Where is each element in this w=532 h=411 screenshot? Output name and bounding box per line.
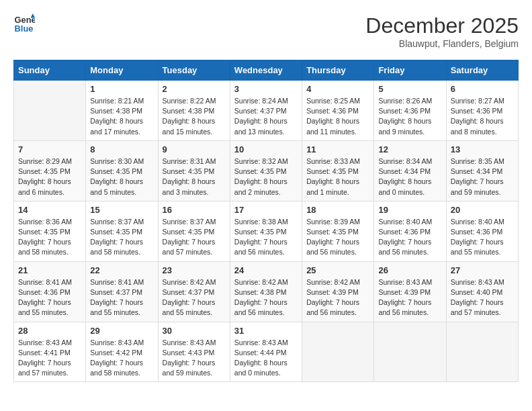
calendar-week-2: 7Sunrise: 8:29 AMSunset: 4:35 PMDaylight… xyxy=(14,140,519,201)
day-number: 15 xyxy=(90,205,153,215)
calendar-cell xyxy=(446,322,518,382)
day-info: Sunrise: 8:43 AMSunset: 4:39 PMDaylight:… xyxy=(378,277,441,318)
calendar-cell: 26Sunrise: 8:43 AMSunset: 4:39 PMDayligh… xyxy=(374,261,446,322)
day-info: Sunrise: 8:43 AMSunset: 4:44 PMDaylight:… xyxy=(234,338,298,379)
calendar-cell: 27Sunrise: 8:43 AMSunset: 4:40 PMDayligh… xyxy=(446,261,518,322)
day-number: 10 xyxy=(234,144,298,154)
day-number: 17 xyxy=(234,205,298,215)
calendar-week-5: 28Sunrise: 8:43 AMSunset: 4:41 PMDayligh… xyxy=(14,322,519,382)
logo-icon: General Blue xyxy=(13,13,35,35)
calendar-cell: 21Sunrise: 8:41 AMSunset: 4:36 PMDayligh… xyxy=(14,261,86,322)
calendar-cell: 20Sunrise: 8:40 AMSunset: 4:36 PMDayligh… xyxy=(446,201,518,261)
calendar-cell: 25Sunrise: 8:42 AMSunset: 4:39 PMDayligh… xyxy=(302,261,374,322)
location-subtitle: Blauwput, Flanders, Belgium xyxy=(365,38,519,49)
header-friday: Friday xyxy=(374,60,446,81)
calendar-cell: 12Sunrise: 8:34 AMSunset: 4:34 PMDayligh… xyxy=(374,140,446,201)
day-number: 18 xyxy=(306,205,369,215)
calendar-cell: 1Sunrise: 8:21 AMSunset: 4:38 PMDaylight… xyxy=(86,81,158,141)
day-info: Sunrise: 8:25 AMSunset: 4:36 PMDaylight:… xyxy=(306,96,369,137)
svg-text:Blue: Blue xyxy=(15,24,34,34)
day-info: Sunrise: 8:40 AMSunset: 4:36 PMDaylight:… xyxy=(378,217,441,258)
calendar-cell xyxy=(302,322,374,382)
day-number: 8 xyxy=(90,144,153,154)
calendar-cell: 23Sunrise: 8:42 AMSunset: 4:37 PMDayligh… xyxy=(158,261,230,322)
calendar-cell: 3Sunrise: 8:24 AMSunset: 4:37 PMDaylight… xyxy=(230,81,302,141)
day-number: 9 xyxy=(163,144,226,154)
calendar-cell: 8Sunrise: 8:30 AMSunset: 4:35 PMDaylight… xyxy=(86,140,158,201)
header-tuesday: Tuesday xyxy=(158,60,230,81)
day-number: 3 xyxy=(234,84,298,94)
calendar-week-4: 21Sunrise: 8:41 AMSunset: 4:36 PMDayligh… xyxy=(14,261,519,322)
day-number: 28 xyxy=(18,326,81,336)
day-number: 1 xyxy=(90,84,153,94)
day-number: 26 xyxy=(378,265,441,275)
day-info: Sunrise: 8:37 AMSunset: 4:35 PMDaylight:… xyxy=(90,217,153,258)
header-sunday: Sunday xyxy=(14,60,86,81)
calendar-week-1: 1Sunrise: 8:21 AMSunset: 4:38 PMDaylight… xyxy=(14,81,519,141)
day-number: 16 xyxy=(163,205,226,215)
day-info: Sunrise: 8:41 AMSunset: 4:36 PMDaylight:… xyxy=(18,277,81,318)
day-info: Sunrise: 8:21 AMSunset: 4:38 PMDaylight:… xyxy=(90,96,153,137)
day-number: 14 xyxy=(18,205,81,215)
day-number: 29 xyxy=(90,326,153,336)
calendar-cell: 31Sunrise: 8:43 AMSunset: 4:44 PMDayligh… xyxy=(230,322,302,382)
day-number: 30 xyxy=(163,326,226,336)
day-number: 4 xyxy=(306,84,369,94)
calendar-cell: 14Sunrise: 8:36 AMSunset: 4:35 PMDayligh… xyxy=(14,201,86,261)
day-number: 25 xyxy=(306,265,369,275)
calendar-cell: 2Sunrise: 8:22 AMSunset: 4:38 PMDaylight… xyxy=(158,81,230,141)
title-block: December 2025 Blauwput, Flanders, Belgiu… xyxy=(365,13,519,49)
calendar-cell: 9Sunrise: 8:31 AMSunset: 4:35 PMDaylight… xyxy=(158,140,230,201)
day-number: 27 xyxy=(451,265,514,275)
calendar-cell xyxy=(14,81,86,141)
calendar-cell: 13Sunrise: 8:35 AMSunset: 4:34 PMDayligh… xyxy=(446,140,518,201)
day-info: Sunrise: 8:40 AMSunset: 4:36 PMDaylight:… xyxy=(451,217,514,258)
day-info: Sunrise: 8:34 AMSunset: 4:34 PMDaylight:… xyxy=(378,156,441,197)
day-info: Sunrise: 8:33 AMSunset: 4:35 PMDaylight:… xyxy=(306,156,369,197)
day-info: Sunrise: 8:29 AMSunset: 4:35 PMDaylight:… xyxy=(18,156,81,197)
day-info: Sunrise: 8:42 AMSunset: 4:39 PMDaylight:… xyxy=(306,277,369,318)
day-info: Sunrise: 8:35 AMSunset: 4:34 PMDaylight:… xyxy=(451,156,514,197)
day-info: Sunrise: 8:41 AMSunset: 4:37 PMDaylight:… xyxy=(90,277,153,318)
calendar-header-row: SundayMondayTuesdayWednesdayThursdayFrid… xyxy=(14,60,519,81)
day-number: 24 xyxy=(234,265,298,275)
day-number: 5 xyxy=(378,84,441,94)
day-info: Sunrise: 8:37 AMSunset: 4:35 PMDaylight:… xyxy=(163,217,226,258)
calendar-cell: 19Sunrise: 8:40 AMSunset: 4:36 PMDayligh… xyxy=(374,201,446,261)
calendar-cell: 17Sunrise: 8:38 AMSunset: 4:35 PMDayligh… xyxy=(230,201,302,261)
calendar-cell: 29Sunrise: 8:43 AMSunset: 4:42 PMDayligh… xyxy=(86,322,158,382)
day-info: Sunrise: 8:42 AMSunset: 4:38 PMDaylight:… xyxy=(234,277,298,318)
day-info: Sunrise: 8:43 AMSunset: 4:40 PMDaylight:… xyxy=(451,277,514,318)
day-info: Sunrise: 8:24 AMSunset: 4:37 PMDaylight:… xyxy=(234,96,298,137)
day-info: Sunrise: 8:27 AMSunset: 4:36 PMDaylight:… xyxy=(451,96,514,137)
day-number: 13 xyxy=(451,144,514,154)
day-number: 22 xyxy=(90,265,153,275)
header-saturday: Saturday xyxy=(446,60,518,81)
day-number: 20 xyxy=(451,205,514,215)
day-info: Sunrise: 8:42 AMSunset: 4:37 PMDaylight:… xyxy=(163,277,226,318)
header-monday: Monday xyxy=(86,60,158,81)
calendar-cell: 15Sunrise: 8:37 AMSunset: 4:35 PMDayligh… xyxy=(86,201,158,261)
calendar-cell: 16Sunrise: 8:37 AMSunset: 4:35 PMDayligh… xyxy=(158,201,230,261)
day-number: 7 xyxy=(18,144,81,154)
calendar-table: SundayMondayTuesdayWednesdayThursdayFrid… xyxy=(13,60,519,382)
day-info: Sunrise: 8:43 AMSunset: 4:42 PMDaylight:… xyxy=(90,338,153,379)
day-info: Sunrise: 8:32 AMSunset: 4:35 PMDaylight:… xyxy=(234,156,298,197)
calendar-cell: 7Sunrise: 8:29 AMSunset: 4:35 PMDaylight… xyxy=(14,140,86,201)
day-number: 19 xyxy=(378,205,441,215)
day-number: 12 xyxy=(378,144,441,154)
day-info: Sunrise: 8:26 AMSunset: 4:36 PMDaylight:… xyxy=(378,96,441,137)
calendar-cell xyxy=(374,322,446,382)
day-number: 21 xyxy=(18,265,81,275)
day-info: Sunrise: 8:43 AMSunset: 4:43 PMDaylight:… xyxy=(163,338,226,379)
day-info: Sunrise: 8:38 AMSunset: 4:35 PMDaylight:… xyxy=(234,217,298,258)
day-number: 31 xyxy=(234,326,298,336)
calendar-cell: 28Sunrise: 8:43 AMSunset: 4:41 PMDayligh… xyxy=(14,322,86,382)
header-thursday: Thursday xyxy=(302,60,374,81)
day-number: 11 xyxy=(306,144,369,154)
page-header: General Blue December 2025 Blauwput, Fla… xyxy=(13,13,519,49)
calendar-cell: 6Sunrise: 8:27 AMSunset: 4:36 PMDaylight… xyxy=(446,81,518,141)
day-info: Sunrise: 8:39 AMSunset: 4:35 PMDaylight:… xyxy=(306,217,369,258)
day-info: Sunrise: 8:36 AMSunset: 4:35 PMDaylight:… xyxy=(18,217,81,258)
month-title: December 2025 xyxy=(365,13,519,38)
